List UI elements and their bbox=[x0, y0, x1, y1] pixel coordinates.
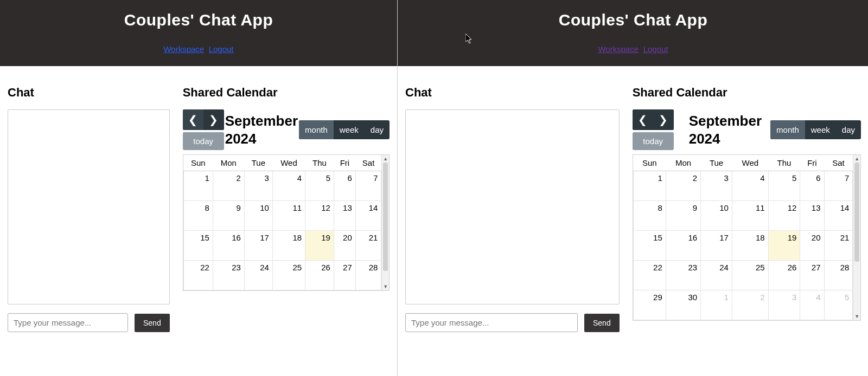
calendar-day-cell[interactable]: 2 bbox=[732, 290, 768, 320]
next-month-button[interactable]: ❯ bbox=[203, 109, 224, 130]
scroll-up-icon[interactable]: ▲ bbox=[853, 155, 860, 163]
today-button[interactable]: today bbox=[183, 132, 224, 150]
calendar-day-cell[interactable]: 21 bbox=[824, 231, 853, 261]
calendar-day-cell[interactable]: 17 bbox=[701, 231, 732, 261]
logout-link[interactable]: Logout bbox=[209, 44, 234, 54]
calendar-day-cell[interactable]: 19 bbox=[768, 231, 800, 261]
calendar-day-cell[interactable]: 6 bbox=[800, 171, 824, 201]
calendar-day-cell[interactable]: 10 bbox=[701, 201, 732, 231]
view-week-button[interactable]: week bbox=[334, 120, 365, 139]
view-day-button[interactable]: day bbox=[365, 120, 390, 139]
calendar-day-header: Thu bbox=[305, 155, 334, 171]
calendar-day-cell[interactable]: 8 bbox=[183, 201, 213, 231]
calendar-day-cell[interactable]: 4 bbox=[732, 171, 768, 201]
calendar-day-cell[interactable]: 22 bbox=[633, 261, 666, 290]
calendar-day-cell[interactable]: 10 bbox=[244, 201, 272, 231]
view-week-button[interactable]: week bbox=[805, 120, 836, 139]
workspace-link[interactable]: Workspace bbox=[598, 44, 639, 54]
calendar-day-cell[interactable]: 15 bbox=[183, 231, 213, 261]
calendar-day-cell[interactable]: 1 bbox=[701, 290, 732, 320]
calendar-day-cell[interactable]: 1 bbox=[633, 171, 666, 201]
calendar-day-cell[interactable]: 14 bbox=[824, 201, 853, 231]
message-input[interactable] bbox=[405, 313, 578, 332]
view-day-button[interactable]: day bbox=[836, 120, 861, 139]
calendar-day-cell[interactable]: 25 bbox=[732, 261, 768, 290]
calendar-day-cell[interactable]: 24 bbox=[701, 261, 732, 290]
calendar-day-cell[interactable]: 4 bbox=[800, 290, 824, 320]
calendar-heading: Shared Calendar bbox=[183, 86, 390, 100]
prev-month-button[interactable]: ❮ bbox=[633, 109, 653, 130]
calendar-day-cell[interactable]: 11 bbox=[272, 201, 305, 231]
message-input[interactable] bbox=[8, 313, 128, 332]
scroll-down-icon[interactable]: ▼ bbox=[382, 283, 389, 290]
calendar-day-cell[interactable]: 14 bbox=[355, 201, 381, 231]
calendar-day-cell[interactable]: 6 bbox=[334, 171, 355, 201]
calendar-day-cell[interactable]: 1 bbox=[183, 171, 213, 201]
workspace-link[interactable]: Workspace bbox=[163, 44, 204, 54]
calendar-toolbar: ❮ ❯ today September 2024 month week day bbox=[633, 109, 861, 150]
prev-month-button[interactable]: ❮ bbox=[183, 109, 203, 130]
calendar-day-cell[interactable]: 24 bbox=[244, 261, 272, 290]
view-month-button[interactable]: month bbox=[299, 120, 334, 139]
calendar-day-cell[interactable]: 5 bbox=[768, 171, 800, 201]
logout-link[interactable]: Logout bbox=[643, 44, 668, 54]
calendar-scrollbar[interactable]: ▲ ▼ bbox=[381, 155, 389, 290]
calendar-day-cell[interactable]: 16 bbox=[666, 231, 700, 261]
next-month-button[interactable]: ❯ bbox=[653, 109, 674, 130]
calendar-day-cell[interactable]: 30 bbox=[666, 290, 700, 320]
calendar-day-cell[interactable]: 18 bbox=[732, 231, 768, 261]
calendar-week-row: 22232425262728 bbox=[183, 261, 381, 290]
calendar-day-cell[interactable]: 12 bbox=[768, 201, 800, 231]
calendar-day-cell[interactable]: 3 bbox=[768, 290, 800, 320]
calendar-day-cell[interactable]: 20 bbox=[334, 231, 355, 261]
calendar-day-cell[interactable]: 2 bbox=[666, 171, 700, 201]
scroll-thumb[interactable] bbox=[383, 163, 388, 271]
calendar-day-cell[interactable]: 5 bbox=[305, 171, 334, 201]
calendar-day-cell[interactable]: 25 bbox=[272, 261, 305, 290]
calendar-day-cell[interactable]: 13 bbox=[800, 201, 824, 231]
calendar-table-left[interactable]: SunMonTueWedThuFriSat 123456789101112131… bbox=[183, 155, 382, 290]
today-button[interactable]: today bbox=[633, 132, 674, 150]
calendar-day-cell[interactable]: 9 bbox=[666, 201, 700, 231]
scroll-down-icon[interactable]: ▼ bbox=[853, 313, 860, 320]
send-button[interactable]: Send bbox=[584, 314, 620, 332]
calendar-scrollbar[interactable]: ▲ ▼ bbox=[853, 155, 860, 320]
calendar-table-right[interactable]: SunMonTueWedThuFriSat 123456789101112131… bbox=[633, 155, 853, 320]
calendar-day-cell[interactable]: 2 bbox=[213, 171, 244, 201]
chat-messages[interactable] bbox=[405, 109, 620, 304]
calendar-day-cell[interactable]: 23 bbox=[213, 261, 244, 290]
calendar-day-cell[interactable]: 8 bbox=[633, 201, 666, 231]
calendar-day-cell[interactable]: 18 bbox=[272, 231, 305, 261]
calendar-day-cell[interactable]: 13 bbox=[334, 201, 355, 231]
calendar-day-cell[interactable]: 7 bbox=[355, 171, 381, 201]
calendar-day-cell[interactable]: 27 bbox=[334, 261, 355, 290]
calendar-day-cell[interactable]: 9 bbox=[213, 201, 244, 231]
calendar-day-cell[interactable]: 3 bbox=[701, 171, 732, 201]
calendar-day-cell[interactable]: 23 bbox=[666, 261, 700, 290]
calendar-day-cell[interactable]: 11 bbox=[732, 201, 768, 231]
send-button[interactable]: Send bbox=[135, 314, 170, 332]
calendar-day-cell[interactable]: 22 bbox=[183, 261, 213, 290]
scroll-thumb[interactable] bbox=[854, 163, 859, 262]
calendar-day-cell[interactable]: 26 bbox=[768, 261, 800, 290]
calendar-month-title: September 2024 bbox=[225, 112, 298, 147]
chat-messages[interactable] bbox=[8, 109, 170, 304]
calendar-day-cell[interactable]: 4 bbox=[272, 171, 305, 201]
calendar-day-cell[interactable]: 3 bbox=[244, 171, 272, 201]
calendar-day-cell[interactable]: 26 bbox=[305, 261, 334, 290]
calendar-day-cell[interactable]: 27 bbox=[800, 261, 824, 290]
calendar-day-cell[interactable]: 28 bbox=[824, 261, 853, 290]
calendar-day-cell[interactable]: 15 bbox=[633, 231, 666, 261]
calendar-day-cell[interactable]: 7 bbox=[824, 171, 853, 201]
view-month-button[interactable]: month bbox=[770, 120, 805, 139]
calendar-day-cell[interactable]: 28 bbox=[355, 261, 381, 290]
calendar-day-cell[interactable]: 17 bbox=[244, 231, 272, 261]
calendar-day-cell[interactable]: 29 bbox=[633, 290, 666, 320]
scroll-up-icon[interactable]: ▲ bbox=[382, 155, 389, 163]
calendar-day-cell[interactable]: 21 bbox=[355, 231, 381, 261]
calendar-day-cell[interactable]: 16 bbox=[213, 231, 244, 261]
calendar-day-cell[interactable]: 19 bbox=[305, 231, 334, 261]
calendar-day-cell[interactable]: 5 bbox=[824, 290, 853, 320]
calendar-day-cell[interactable]: 20 bbox=[800, 231, 824, 261]
calendar-day-cell[interactable]: 12 bbox=[305, 201, 334, 231]
